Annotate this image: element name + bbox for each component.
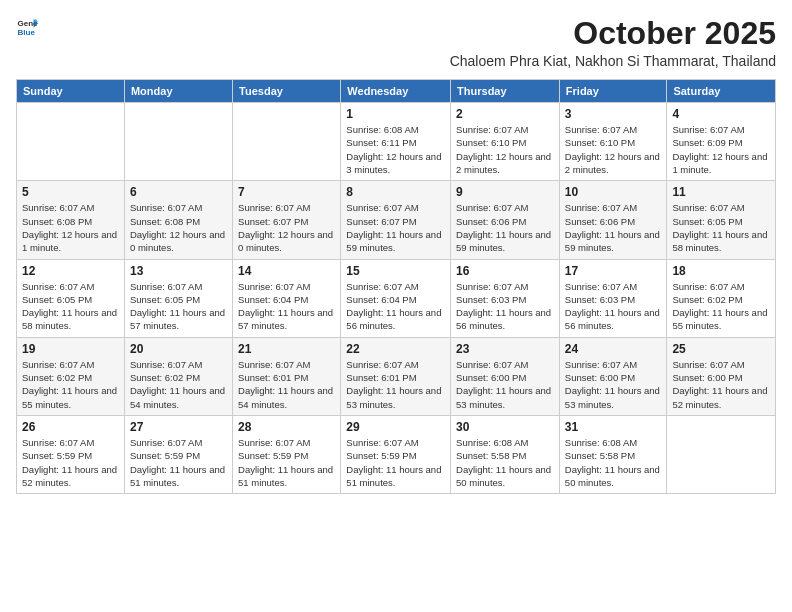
weekday-header: Monday	[124, 80, 232, 103]
day-info: Sunrise: 6:07 AMSunset: 6:04 PMDaylight:…	[346, 280, 445, 333]
day-info: Sunrise: 6:07 AMSunset: 6:07 PMDaylight:…	[346, 201, 445, 254]
calendar-cell: 5Sunrise: 6:07 AMSunset: 6:08 PMDaylight…	[17, 181, 125, 259]
calendar-cell: 13Sunrise: 6:07 AMSunset: 6:05 PMDayligh…	[124, 259, 232, 337]
weekday-header: Tuesday	[233, 80, 341, 103]
day-number: 20	[130, 342, 227, 356]
weekday-header: Sunday	[17, 80, 125, 103]
page-title: October 2025	[450, 16, 776, 51]
calendar-cell: 22Sunrise: 6:07 AMSunset: 6:01 PMDayligh…	[341, 337, 451, 415]
day-number: 14	[238, 264, 335, 278]
day-number: 25	[672, 342, 770, 356]
svg-text:Blue: Blue	[17, 28, 35, 37]
calendar-cell: 3Sunrise: 6:07 AMSunset: 6:10 PMDaylight…	[559, 103, 667, 181]
day-info: Sunrise: 6:07 AMSunset: 6:05 PMDaylight:…	[672, 201, 770, 254]
day-info: Sunrise: 6:07 AMSunset: 6:00 PMDaylight:…	[456, 358, 554, 411]
day-info: Sunrise: 6:07 AMSunset: 5:59 PMDaylight:…	[238, 436, 335, 489]
day-info: Sunrise: 6:07 AMSunset: 6:05 PMDaylight:…	[22, 280, 119, 333]
calendar-cell	[233, 103, 341, 181]
weekday-header: Wednesday	[341, 80, 451, 103]
day-info: Sunrise: 6:08 AMSunset: 5:58 PMDaylight:…	[456, 436, 554, 489]
weekday-header: Friday	[559, 80, 667, 103]
day-number: 23	[456, 342, 554, 356]
day-number: 26	[22, 420, 119, 434]
day-info: Sunrise: 6:07 AMSunset: 6:02 PMDaylight:…	[672, 280, 770, 333]
calendar-cell	[17, 103, 125, 181]
calendar-cell: 19Sunrise: 6:07 AMSunset: 6:02 PMDayligh…	[17, 337, 125, 415]
calendar-cell: 1Sunrise: 6:08 AMSunset: 6:11 PMDaylight…	[341, 103, 451, 181]
day-number: 19	[22, 342, 119, 356]
calendar-cell: 16Sunrise: 6:07 AMSunset: 6:03 PMDayligh…	[451, 259, 560, 337]
day-info: Sunrise: 6:07 AMSunset: 6:06 PMDaylight:…	[456, 201, 554, 254]
calendar-cell: 30Sunrise: 6:08 AMSunset: 5:58 PMDayligh…	[451, 415, 560, 493]
calendar-cell: 6Sunrise: 6:07 AMSunset: 6:08 PMDaylight…	[124, 181, 232, 259]
day-number: 1	[346, 107, 445, 121]
day-number: 8	[346, 185, 445, 199]
day-info: Sunrise: 6:07 AMSunset: 6:06 PMDaylight:…	[565, 201, 662, 254]
day-number: 30	[456, 420, 554, 434]
weekday-header: Thursday	[451, 80, 560, 103]
logo: General Blue	[16, 16, 38, 38]
day-info: Sunrise: 6:07 AMSunset: 5:59 PMDaylight:…	[130, 436, 227, 489]
day-number: 17	[565, 264, 662, 278]
day-number: 10	[565, 185, 662, 199]
day-number: 13	[130, 264, 227, 278]
day-number: 24	[565, 342, 662, 356]
day-number: 5	[22, 185, 119, 199]
weekday-header: Saturday	[667, 80, 776, 103]
day-info: Sunrise: 6:07 AMSunset: 6:07 PMDaylight:…	[238, 201, 335, 254]
day-info: Sunrise: 6:07 AMSunset: 6:02 PMDaylight:…	[22, 358, 119, 411]
calendar-cell: 14Sunrise: 6:07 AMSunset: 6:04 PMDayligh…	[233, 259, 341, 337]
calendar-cell: 15Sunrise: 6:07 AMSunset: 6:04 PMDayligh…	[341, 259, 451, 337]
calendar-cell: 18Sunrise: 6:07 AMSunset: 6:02 PMDayligh…	[667, 259, 776, 337]
day-number: 18	[672, 264, 770, 278]
calendar-cell: 10Sunrise: 6:07 AMSunset: 6:06 PMDayligh…	[559, 181, 667, 259]
calendar-cell: 11Sunrise: 6:07 AMSunset: 6:05 PMDayligh…	[667, 181, 776, 259]
day-number: 29	[346, 420, 445, 434]
day-info: Sunrise: 6:08 AMSunset: 6:11 PMDaylight:…	[346, 123, 445, 176]
day-number: 12	[22, 264, 119, 278]
calendar-cell: 28Sunrise: 6:07 AMSunset: 5:59 PMDayligh…	[233, 415, 341, 493]
calendar-cell: 25Sunrise: 6:07 AMSunset: 6:00 PMDayligh…	[667, 337, 776, 415]
day-info: Sunrise: 6:07 AMSunset: 6:01 PMDaylight:…	[238, 358, 335, 411]
day-number: 7	[238, 185, 335, 199]
calendar-cell: 31Sunrise: 6:08 AMSunset: 5:58 PMDayligh…	[559, 415, 667, 493]
day-info: Sunrise: 6:07 AMSunset: 6:03 PMDaylight:…	[565, 280, 662, 333]
day-info: Sunrise: 6:07 AMSunset: 6:01 PMDaylight:…	[346, 358, 445, 411]
calendar-table: SundayMondayTuesdayWednesdayThursdayFrid…	[16, 79, 776, 494]
calendar-cell: 8Sunrise: 6:07 AMSunset: 6:07 PMDaylight…	[341, 181, 451, 259]
day-info: Sunrise: 6:07 AMSunset: 5:59 PMDaylight:…	[22, 436, 119, 489]
calendar-cell: 26Sunrise: 6:07 AMSunset: 5:59 PMDayligh…	[17, 415, 125, 493]
day-number: 11	[672, 185, 770, 199]
day-info: Sunrise: 6:07 AMSunset: 6:00 PMDaylight:…	[672, 358, 770, 411]
page-subtitle: Chaloem Phra Kiat, Nakhon Si Thammarat, …	[450, 53, 776, 69]
day-number: 31	[565, 420, 662, 434]
calendar-cell: 4Sunrise: 6:07 AMSunset: 6:09 PMDaylight…	[667, 103, 776, 181]
day-number: 6	[130, 185, 227, 199]
day-number: 15	[346, 264, 445, 278]
calendar-cell: 23Sunrise: 6:07 AMSunset: 6:00 PMDayligh…	[451, 337, 560, 415]
day-number: 2	[456, 107, 554, 121]
day-number: 16	[456, 264, 554, 278]
calendar-cell: 9Sunrise: 6:07 AMSunset: 6:06 PMDaylight…	[451, 181, 560, 259]
day-info: Sunrise: 6:07 AMSunset: 6:00 PMDaylight:…	[565, 358, 662, 411]
day-info: Sunrise: 6:07 AMSunset: 6:08 PMDaylight:…	[22, 201, 119, 254]
calendar-cell: 29Sunrise: 6:07 AMSunset: 5:59 PMDayligh…	[341, 415, 451, 493]
day-number: 27	[130, 420, 227, 434]
calendar-cell: 24Sunrise: 6:07 AMSunset: 6:00 PMDayligh…	[559, 337, 667, 415]
calendar-cell: 20Sunrise: 6:07 AMSunset: 6:02 PMDayligh…	[124, 337, 232, 415]
calendar-cell: 7Sunrise: 6:07 AMSunset: 6:07 PMDaylight…	[233, 181, 341, 259]
day-number: 3	[565, 107, 662, 121]
day-number: 22	[346, 342, 445, 356]
day-info: Sunrise: 6:07 AMSunset: 6:10 PMDaylight:…	[456, 123, 554, 176]
day-info: Sunrise: 6:08 AMSunset: 5:58 PMDaylight:…	[565, 436, 662, 489]
day-info: Sunrise: 6:07 AMSunset: 6:03 PMDaylight:…	[456, 280, 554, 333]
calendar-cell	[667, 415, 776, 493]
calendar-cell	[124, 103, 232, 181]
calendar-cell: 21Sunrise: 6:07 AMSunset: 6:01 PMDayligh…	[233, 337, 341, 415]
calendar-cell: 17Sunrise: 6:07 AMSunset: 6:03 PMDayligh…	[559, 259, 667, 337]
day-number: 4	[672, 107, 770, 121]
day-info: Sunrise: 6:07 AMSunset: 6:05 PMDaylight:…	[130, 280, 227, 333]
calendar-cell: 27Sunrise: 6:07 AMSunset: 5:59 PMDayligh…	[124, 415, 232, 493]
day-info: Sunrise: 6:07 AMSunset: 6:09 PMDaylight:…	[672, 123, 770, 176]
calendar-cell: 12Sunrise: 6:07 AMSunset: 6:05 PMDayligh…	[17, 259, 125, 337]
